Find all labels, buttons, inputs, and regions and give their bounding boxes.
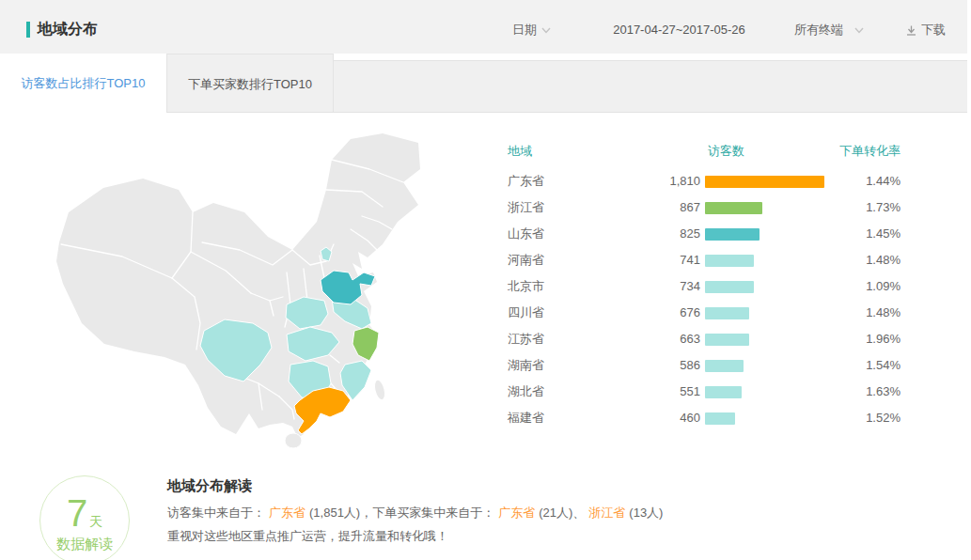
visitors-cell: 586 bbox=[625, 357, 700, 374]
insight-badge-subtitle: 数据解读 bbox=[56, 536, 113, 553]
visitors-cell: 867 bbox=[625, 199, 700, 216]
insight-line1-prefix: 访客集中来自于： bbox=[167, 506, 265, 520]
visitors-bar bbox=[705, 360, 744, 372]
region-cell: 福建省 bbox=[508, 410, 544, 427]
region-cell: 北京市 bbox=[508, 278, 544, 295]
download-label: 下载 bbox=[921, 22, 946, 39]
insight-visitor-count: (1,851人)， bbox=[309, 506, 372, 520]
download-icon bbox=[905, 24, 917, 37]
visitors-bar bbox=[705, 281, 754, 293]
date-dropdown-label: 日期 bbox=[512, 22, 537, 39]
table-row: 江苏省 663 1.96% bbox=[508, 331, 901, 348]
visitors-cell: 734 bbox=[625, 278, 700, 295]
visitors-bar bbox=[705, 307, 749, 319]
china-map bbox=[52, 132, 446, 451]
region-cell: 山东省 bbox=[508, 226, 544, 242]
table-row: 福建省 460 1.52% bbox=[508, 410, 901, 427]
download-button[interactable]: 下载 bbox=[905, 22, 946, 39]
insight-heading: 地域分布解读 bbox=[167, 477, 252, 495]
visitor-rank-table: 地域 访客数 下单转化率 广东省 1,810 1.44% 浙江省 867 1.7… bbox=[508, 113, 901, 451]
table-header-row: 地域 访客数 下单转化率 bbox=[508, 143, 901, 158]
insight-line1: 访客集中来自于：广东省(1,851人)，下单买家集中来自于：广东省(21人)、浙… bbox=[167, 505, 663, 521]
chevron-down-icon bbox=[541, 27, 551, 34]
insight-days-number: 7 bbox=[67, 494, 87, 532]
region-cell: 湖南省 bbox=[508, 357, 544, 374]
table-row: 浙江省 867 1.73% bbox=[508, 199, 901, 216]
visitors-bar bbox=[705, 386, 742, 398]
table-row: 湖北省 551 1.63% bbox=[508, 383, 901, 400]
visitors-cell: 663 bbox=[625, 331, 700, 348]
visitors-bar bbox=[705, 202, 762, 214]
terminal-dropdown[interactable]: 所有终端 bbox=[794, 22, 864, 39]
page-title-block: 地域分布 bbox=[26, 20, 98, 39]
table-row: 河南省 741 1.48% bbox=[508, 252, 901, 269]
date-dropdown[interactable]: 日期 bbox=[512, 22, 551, 39]
insight-days-badge: 7 天 数据解读 bbox=[39, 475, 130, 560]
conversion-cell: 1.73% bbox=[866, 199, 901, 216]
col-header-region: 地域 bbox=[508, 143, 532, 160]
visitors-bar bbox=[705, 176, 824, 188]
visitors-cell: 551 bbox=[625, 383, 700, 400]
table-row: 湖南省 586 1.54% bbox=[508, 357, 901, 374]
page-header: 地域分布 日期 2017-04-27~2017-05-26 所有终端 bbox=[0, 0, 967, 54]
region-cell: 湖北省 bbox=[508, 383, 544, 400]
insight-days: 7 天 bbox=[67, 494, 102, 532]
map-country-base bbox=[56, 133, 420, 438]
regional-distribution-page: 地域分布 日期 2017-04-27~2017-05-26 所有终端 bbox=[0, 0, 971, 560]
visitors-cell: 825 bbox=[625, 226, 700, 242]
conversion-cell: 1.54% bbox=[866, 357, 901, 374]
insight-line1-middle: 下单买家集中来自于： bbox=[372, 506, 494, 520]
conversion-cell: 1.48% bbox=[866, 252, 901, 269]
insight-days-unit: 天 bbox=[89, 515, 102, 528]
table-row: 北京市 734 1.09% bbox=[508, 278, 901, 295]
province-link-guangdong-2[interactable]: 广东省 bbox=[498, 506, 535, 520]
province-link-zhejiang[interactable]: 浙江省 bbox=[588, 506, 625, 520]
tab-visitor-rank[interactable]: 访客数占比排行TOP10 bbox=[0, 54, 167, 113]
visitors-cell: 460 bbox=[625, 410, 700, 427]
conversion-cell: 1.09% bbox=[866, 278, 901, 295]
visitors-cell: 1,810 bbox=[625, 173, 700, 190]
scrollbar-track[interactable] bbox=[967, 0, 971, 560]
table-row: 广东省 1,810 1.44% bbox=[508, 173, 901, 190]
page-title: 地域分布 bbox=[38, 20, 98, 39]
region-cell: 四川省 bbox=[508, 304, 544, 321]
visitors-bar bbox=[705, 412, 735, 425]
map-taiwan-island[interactable] bbox=[372, 379, 386, 401]
insight-line2: 重视对这些地区重点推广运营，提升流量和转化哦！ bbox=[167, 528, 448, 545]
conversion-cell: 1.45% bbox=[866, 226, 901, 242]
visitors-bar bbox=[705, 334, 749, 346]
tab-buyer-rank[interactable]: 下单买家数排行TOP10 bbox=[167, 54, 334, 113]
visitors-cell: 676 bbox=[625, 304, 700, 321]
date-range-value[interactable]: 2017-04-27~2017-05-26 bbox=[592, 22, 766, 39]
region-cell: 河南省 bbox=[508, 252, 544, 269]
title-accent-bar bbox=[26, 22, 30, 38]
terminal-dropdown-label: 所有终端 bbox=[794, 22, 843, 39]
conversion-cell: 1.48% bbox=[866, 304, 901, 321]
visitors-cell: 741 bbox=[625, 252, 700, 269]
visitors-bar bbox=[705, 228, 760, 241]
insight-buyer-count-2: (13人) bbox=[629, 506, 663, 520]
conversion-cell: 1.96% bbox=[866, 331, 901, 348]
province-link-guangdong[interactable]: 广东省 bbox=[269, 506, 305, 520]
region-cell: 广东省 bbox=[508, 173, 544, 190]
col-header-visitors: 访客数 bbox=[708, 143, 744, 160]
conversion-cell: 1.63% bbox=[866, 383, 901, 400]
map-hainan-island[interactable] bbox=[285, 433, 302, 448]
col-header-conversion: 下单转化率 bbox=[839, 143, 901, 160]
chevron-down-icon bbox=[854, 27, 864, 34]
conversion-cell: 1.44% bbox=[866, 173, 901, 190]
region-cell: 江苏省 bbox=[508, 331, 544, 348]
visitors-bar bbox=[705, 255, 754, 267]
region-cell: 浙江省 bbox=[508, 199, 544, 216]
table-row: 山东省 825 1.45% bbox=[508, 226, 901, 242]
insight-buyer-count-1: (21人)、 bbox=[539, 506, 585, 520]
table-row: 四川省 676 1.48% bbox=[508, 304, 901, 321]
tab-bar: 访客数占比排行TOP10 下单买家数排行TOP10 bbox=[0, 54, 967, 113]
conversion-cell: 1.52% bbox=[866, 410, 901, 427]
